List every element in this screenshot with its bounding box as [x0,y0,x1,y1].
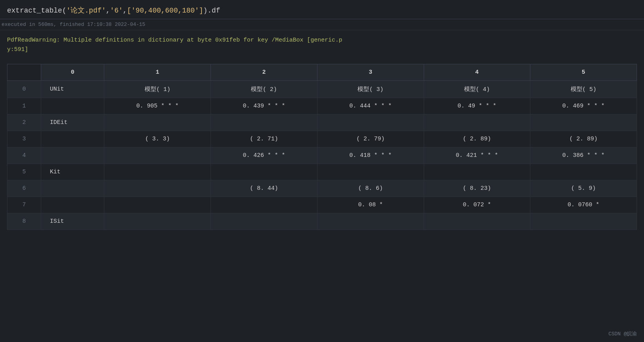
warning-line1: PdfReadWarning: Multiple definitions in … [7,36,637,45]
execution-info: executed in 560ms, finished 17:10:38 202… [0,19,644,30]
cell-4-0: 4 [7,147,41,164]
cell-1-5: 0. 49 * * * [424,98,530,115]
cell-6-3: ( 8. 44) [211,180,317,197]
cell-8-4 [317,213,424,230]
cell-7-1 [41,197,104,213]
cell-3-3: ( 2. 71) [211,131,317,147]
cell-7-0: 7 [7,197,41,213]
cell-3-2: ( 3. 3) [104,131,211,147]
cell-7-4: 0. 08 * [317,197,424,213]
string2: '6' [110,7,123,15]
cell-2-1: IDEit [41,115,104,131]
table-row: 6( 8. 44)( 8. 6)( 8. 23)( 5. 9) [7,180,637,197]
table-row: 10. 905 * * *0. 439 * * *0. 444 * * *0. … [7,98,637,115]
cell-2-4 [317,115,424,131]
cell-0-6: 模型( 5) [530,81,637,98]
code-text: extract_table('论文.pdf','6',['90,400,600,… [7,7,220,15]
cell-4-4: 0. 418 * * * [317,147,424,164]
cell-5-5 [424,164,530,180]
table-row: 70. 08 *0. 072 *0. 0760 * [7,197,637,213]
cell-8-2 [104,213,211,230]
table-row: 40. 426 * * *0. 418 * * *0. 421 * * *0. … [7,147,637,164]
cell-3-0: 3 [7,131,41,147]
cell-0-5: 模型( 4) [424,81,530,98]
cell-4-3: 0. 426 * * * [211,147,317,164]
cell-1-2: 0. 905 * * * [104,98,211,115]
table-row: 0UNit模型( 1)模型( 2)模型( 3)模型( 4)模型( 5) [7,81,637,98]
cell-8-5 [424,213,530,230]
col-header-index [7,64,41,81]
table-header-row: 0 1 2 3 4 5 [7,64,637,81]
warning-line2: y:591] [7,45,637,55]
cell-7-2 [104,197,211,213]
cell-6-1 [41,180,104,197]
cell-7-6: 0. 0760 * [530,197,637,213]
cell-3-6: ( 2. 89) [530,131,637,147]
cell-5-1: Kit [41,164,104,180]
cell-2-0: 2 [7,115,41,131]
col-header-0: 0 [41,64,104,81]
cell-6-4: ( 8. 6) [317,180,424,197]
cell-4-6: 0. 386 * * * [530,147,637,164]
cell-6-0: 6 [7,180,41,197]
data-table: 0 1 2 3 4 5 0UNit模型( 1)模型( 2)模型( 3)模型( 4… [7,64,637,230]
cell-8-1: ISit [41,213,104,230]
cell-0-4: 模型( 3) [317,81,424,98]
cell-5-0: 5 [7,164,41,180]
comma2: , [123,7,127,15]
col-header-1: 1 [104,64,211,81]
suffix: ).df [203,7,220,15]
cell-6-2 [104,180,211,197]
cell-1-1 [41,98,104,115]
cell-0-0: 0 [7,81,41,98]
cell-3-4: ( 2. 79) [317,131,424,147]
cell-0-3: 模型( 2) [211,81,317,98]
code-line: extract_table('论文.pdf','6',['90,400,600,… [0,0,644,19]
cell-6-6: ( 5. 9) [530,180,637,197]
execution-text: executed in 560ms, finished 17:10:38 202… [2,22,145,27]
string3: ['90,400,600,180'] [127,7,203,15]
table-row: 2IDEit [7,115,637,131]
table-row: 3( 3. 3)( 2. 71)( 2. 79)( 2. 89)( 2. 89) [7,131,637,147]
cell-1-4: 0. 444 * * * [317,98,424,115]
cell-8-3 [211,213,317,230]
warning-block: PdfReadWarning: Multiple definitions in … [0,30,644,60]
cell-0-2: 模型( 1) [104,81,211,98]
col-header-5: 5 [530,64,637,81]
cell-2-2 [104,115,211,131]
col-header-4: 4 [424,64,530,81]
string1: '论文.pdf' [66,7,106,15]
cell-4-2 [104,147,211,164]
cell-6-5: ( 8. 23) [424,180,530,197]
col-header-2: 2 [211,64,317,81]
func-name: extract_table( [7,7,66,15]
table-row: 8ISit [7,213,637,230]
cell-8-6 [530,213,637,230]
cell-1-3: 0. 439 * * * [211,98,317,115]
table-container: 0 1 2 3 4 5 0UNit模型( 1)模型( 2)模型( 3)模型( 4… [0,60,644,242]
table-row: 5Kit [7,164,637,180]
cell-1-6: 0. 469 * * * [530,98,637,115]
cell-4-1 [41,147,104,164]
cell-7-5: 0. 072 * [424,197,530,213]
cell-8-0: 8 [7,213,41,230]
col-header-3: 3 [317,64,424,81]
cell-5-2 [104,164,211,180]
cell-2-6 [530,115,637,131]
cell-7-3 [211,197,317,213]
comma1: , [106,7,110,15]
cell-5-6 [530,164,637,180]
cell-5-3 [211,164,317,180]
cell-4-5: 0. 421 * * * [424,147,530,164]
cell-0-1: UNit [41,81,104,98]
cell-3-1 [41,131,104,147]
cell-2-5 [424,115,530,131]
cell-2-3 [211,115,317,131]
cell-5-4 [317,164,424,180]
cell-1-0: 1 [7,98,41,115]
cell-3-5: ( 2. 89) [424,131,530,147]
watermark: CSDN @皖渝 [608,330,637,337]
